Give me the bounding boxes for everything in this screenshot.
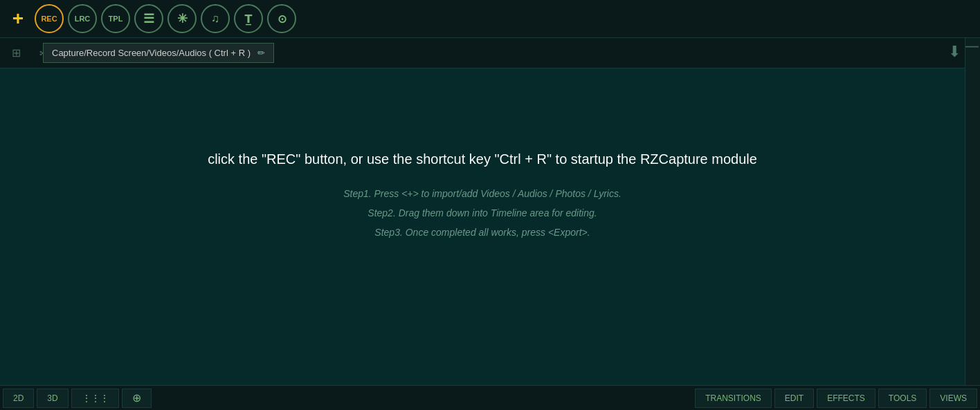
erase-icon: ✏	[257, 48, 265, 58]
list-button[interactable]: ☰	[134, 4, 163, 33]
tab-tools[interactable]: TOOLS	[878, 389, 927, 408]
tooltip: Capture/Record Screen/Videos/Audios ( Ct…	[43, 43, 274, 63]
top-toolbar: + REC LRC TPL ☰ ✳ ♫ T̲ ⊙	[0, 0, 980, 38]
main-content-area: click the "REC" button, or use the short…	[0, 68, 965, 385]
right-panel-bar: |	[965, 38, 980, 385]
step3-text: Step3. Once completed all works, press <…	[374, 227, 590, 238]
snowflake-button[interactable]: ✳	[167, 4, 197, 33]
tooltip-text: Capture/Record Screen/Videos/Audios ( Ct…	[52, 48, 251, 58]
tab-add-icon[interactable]: ⊕	[122, 389, 152, 408]
tab-transitions[interactable]: TRANSITIONS	[695, 389, 772, 408]
main-instruction-text: click the "REC" button, or use the short…	[208, 151, 757, 167]
tab-effects[interactable]: EFFECTS	[817, 389, 875, 408]
lrc-button[interactable]: LRC	[68, 4, 97, 33]
tab-edit[interactable]: EDIT	[774, 389, 814, 408]
right-bar-button[interactable]: |	[965, 45, 980, 48]
panel-toggle-icon[interactable]: ⊞	[6, 43, 26, 64]
music-button[interactable]: ♫	[201, 4, 230, 33]
bottom-tabs-bar: 2D 3D ⋮⋮⋮ ⊕ TRANSITIONS EDIT EFFECTS TOO…	[0, 385, 980, 410]
step1-text: Step1. Press <+> to import/add Videos / …	[343, 188, 621, 199]
tpl-button[interactable]: TPL	[101, 4, 130, 33]
tab-timeline-icon[interactable]: ⋮⋮⋮	[71, 389, 119, 408]
export-icon[interactable]: ⬇	[948, 43, 961, 61]
tab-views[interactable]: VIEWS	[929, 389, 977, 408]
person-button[interactable]: ⊙	[267, 4, 296, 33]
step2-text: Step2. Drag them down into Timeline area…	[368, 207, 597, 218]
add-button[interactable]: +	[6, 6, 30, 31]
tab-2d[interactable]: 2D	[3, 389, 34, 408]
text3d-button[interactable]: T̲	[234, 4, 263, 33]
tab-3d[interactable]: 3D	[37, 389, 68, 408]
rec-button[interactable]: REC	[35, 4, 64, 33]
